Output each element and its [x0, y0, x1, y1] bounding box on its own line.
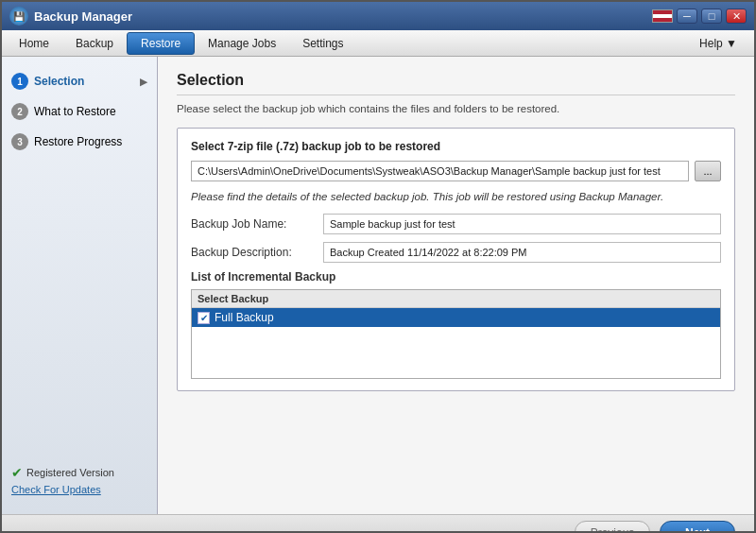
sidebar-item-selection[interactable]: 1 Selection ▶	[2, 66, 157, 96]
sidebar-item-restore-progress[interactable]: 3 Restore Progress	[2, 127, 157, 157]
file-path-row: ...	[191, 161, 721, 181]
registered-version: ✔ Registered Version	[11, 465, 147, 480]
sidebar: 1 Selection ▶ 2 What to Restore 3 Restor…	[2, 57, 158, 514]
title-bar-left: 💾 Backup Manager	[9, 7, 132, 26]
menu-help-button[interactable]: Help ▼	[686, 33, 750, 54]
backup-job-name-row: Backup Job Name:	[191, 214, 721, 234]
check-updates-link[interactable]: Check For Updates	[11, 484, 147, 495]
maximize-button[interactable]: □	[701, 9, 722, 24]
backup-job-name-input[interactable]	[323, 214, 721, 234]
sidebar-label-restore-progress: Restore Progress	[34, 135, 122, 148]
menu-restore[interactable]: Restore	[127, 32, 195, 55]
sidebar-item-what-to-restore[interactable]: 2 What to Restore	[2, 96, 157, 127]
backup-description-label: Backup Description:	[191, 246, 323, 259]
registered-label: Registered Version	[26, 467, 114, 478]
list-item-full-backup[interactable]: ✔ Full Backup	[192, 308, 720, 327]
close-button[interactable]: ✕	[726, 9, 747, 24]
sidebar-label-what-to-restore: What to Restore	[34, 105, 116, 118]
content-title: Selection	[177, 72, 735, 95]
title-bar-controls: ─ □ ✕	[652, 9, 747, 24]
step-3-circle: 3	[11, 133, 28, 150]
previous-button[interactable]: Previous	[575, 521, 650, 534]
full-backup-label: Full Backup	[215, 311, 274, 324]
minimize-button[interactable]: ─	[677, 9, 697, 24]
backup-job-name-label: Backup Job Name:	[191, 217, 323, 231]
menu-manage-jobs[interactable]: Manage Jobs	[195, 33, 289, 54]
box-title: Select 7-zip file (.7z) backup job to be…	[191, 140, 721, 153]
app-icon: 💾	[9, 7, 28, 26]
sidebar-label-selection: Selection	[34, 75, 84, 88]
backup-description-input[interactable]	[323, 242, 721, 263]
step-1-circle: 1	[11, 73, 28, 90]
next-button[interactable]: Next	[660, 521, 735, 534]
menu-bar: Home Backup Restore Manage Jobs Settings…	[2, 30, 754, 57]
list-label: List of Incremental Backup	[191, 270, 721, 284]
menu-help: Help ▼	[686, 33, 750, 54]
sidebar-arrow-selection: ▶	[140, 77, 147, 87]
selection-box: Select 7-zip file (.7z) backup job to be…	[177, 128, 735, 391]
full-backup-checkbox[interactable]: ✔	[198, 312, 210, 324]
title-bar: 💾 Backup Manager ─ □ ✕	[2, 2, 754, 30]
main-layout: 1 Selection ▶ 2 What to Restore 3 Restor…	[2, 57, 754, 514]
browse-button[interactable]: ...	[695, 161, 721, 181]
backup-list-header: Select Backup	[192, 290, 720, 308]
backup-description-row: Backup Description:	[191, 242, 721, 263]
backup-list: Select Backup ✔ Full Backup	[191, 289, 721, 379]
footer-bar: Previous Next	[2, 514, 754, 533]
sidebar-bottom: ✔ Registered Version Check For Updates	[2, 456, 157, 505]
content-area: Selection Please select the backup job w…	[158, 57, 754, 514]
app-title: Backup Manager	[34, 9, 132, 24]
green-check-icon: ✔	[11, 465, 23, 480]
menu-backup[interactable]: Backup	[62, 33, 127, 54]
flag-icon	[652, 9, 673, 23]
step-2-circle: 2	[11, 103, 28, 120]
content-subtitle: Please select the backup job which conta…	[177, 103, 735, 114]
file-path-input[interactable]	[191, 161, 689, 181]
menu-settings[interactable]: Settings	[289, 33, 356, 54]
job-info-text: Please find the details of the selected …	[191, 191, 721, 202]
menu-home[interactable]: Home	[6, 33, 62, 54]
